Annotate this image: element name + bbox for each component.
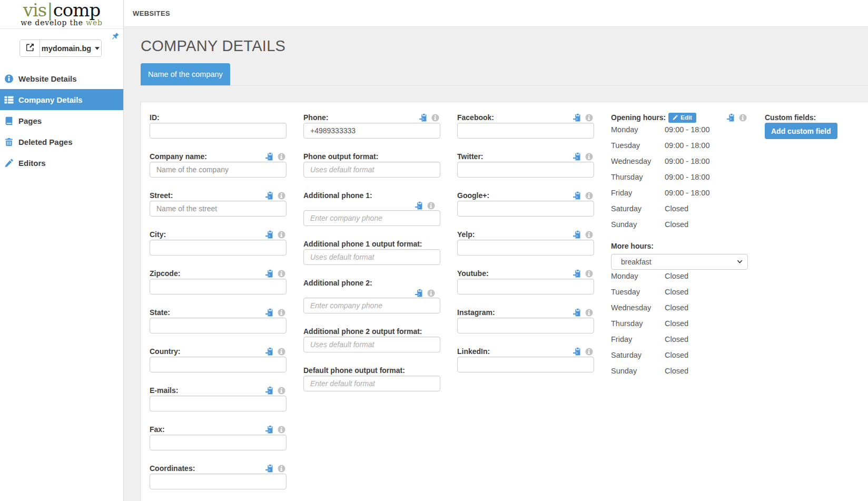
paste-icon[interactable] bbox=[573, 347, 581, 356]
field-label-row: Google+: bbox=[457, 190, 594, 201]
custom-fields-header: Custom fields: bbox=[765, 112, 854, 123]
paste-icon[interactable] bbox=[265, 308, 274, 317]
info-icon[interactable] bbox=[278, 192, 285, 200]
opening-hours-icons bbox=[727, 113, 748, 122]
field-input-phone-output-format[interactable] bbox=[303, 162, 440, 178]
field-input-additional-phone-2-output-format[interactable] bbox=[303, 337, 440, 352]
field-country: Country: bbox=[150, 346, 287, 372]
custom-fields-label: Custom fields: bbox=[765, 113, 816, 122]
sidebar-item-company-details[interactable]: Company Details bbox=[0, 89, 123, 110]
field-input-street[interactable] bbox=[150, 201, 287, 217]
field-input-yelp[interactable] bbox=[457, 240, 594, 256]
field-input-facebook[interactable] bbox=[457, 123, 594, 139]
hours-value: 09:00 - 18:00 bbox=[665, 157, 709, 165]
info-icon[interactable] bbox=[278, 426, 285, 434]
info-icon[interactable] bbox=[585, 231, 593, 239]
book-icon bbox=[4, 116, 14, 125]
info-icon[interactable] bbox=[585, 114, 593, 122]
paste-icon[interactable] bbox=[573, 230, 581, 239]
field-input-phone[interactable] bbox=[303, 123, 440, 139]
more-hours-header: More hours: bbox=[611, 241, 748, 251]
field-input-additional-phone-1-output-format[interactable] bbox=[303, 249, 440, 265]
field-input-coordinates[interactable] bbox=[150, 474, 287, 489]
form-panel: ID:Company name:Street:City:Zipcode:Stat… bbox=[141, 102, 868, 501]
sidebar-item-pages[interactable]: Pages bbox=[0, 110, 123, 131]
field-input-zipcode[interactable] bbox=[150, 279, 287, 294]
brand-logo: vis|comp we develop the web bbox=[0, 0, 123, 29]
field-additional-phone-1-output-format: Additional phone 1 output format: bbox=[303, 239, 440, 265]
field-icons bbox=[573, 269, 594, 278]
field-input-instagram[interactable] bbox=[457, 318, 594, 333]
field-input-state[interactable] bbox=[150, 318, 287, 333]
field-label-row: Zipcode: bbox=[150, 268, 287, 279]
sidebar-item-editors[interactable]: Editors bbox=[0, 152, 123, 173]
pin-icon[interactable] bbox=[108, 30, 122, 43]
info-icon[interactable] bbox=[278, 465, 285, 473]
paste-icon[interactable] bbox=[727, 113, 735, 122]
edit-opening-hours-button[interactable]: Edit bbox=[668, 113, 696, 123]
info-icon[interactable] bbox=[278, 387, 285, 395]
paste-icon[interactable] bbox=[265, 152, 274, 161]
hours-day: Friday bbox=[611, 189, 665, 197]
info-icon[interactable] bbox=[278, 153, 285, 161]
paste-icon[interactable] bbox=[265, 386, 274, 395]
paste-icon[interactable] bbox=[265, 425, 274, 434]
paste-icon[interactable] bbox=[573, 152, 581, 161]
field-label: Phone: bbox=[303, 113, 328, 122]
field-input-country[interactable] bbox=[150, 357, 287, 372]
field-input-youtube[interactable] bbox=[457, 279, 594, 294]
sidebar-item-website-details[interactable]: Website Details bbox=[0, 68, 123, 89]
field-input-fax[interactable] bbox=[150, 435, 287, 450]
more-hours-select[interactable]: breakfast bbox=[611, 254, 748, 270]
field-input-linkedin[interactable] bbox=[457, 357, 594, 372]
paste-icon[interactable] bbox=[573, 308, 581, 317]
hours-row-sunday: SundayClosed bbox=[611, 363, 748, 379]
field-input-additional-phone-2[interactable] bbox=[303, 298, 440, 313]
paste-icon[interactable] bbox=[415, 201, 423, 210]
paste-icon[interactable] bbox=[265, 191, 274, 200]
field-input-company-name[interactable] bbox=[150, 162, 287, 178]
info-icon[interactable] bbox=[739, 114, 747, 122]
paste-icon[interactable] bbox=[573, 191, 581, 200]
pencil-icon bbox=[4, 159, 14, 168]
field-icons bbox=[573, 230, 594, 239]
info-icon[interactable] bbox=[431, 114, 439, 122]
info-icon[interactable] bbox=[585, 270, 593, 278]
field-input-city[interactable] bbox=[150, 240, 287, 256]
field-google: Google+: bbox=[457, 190, 594, 217]
paste-icon[interactable] bbox=[419, 113, 428, 122]
info-icon[interactable] bbox=[427, 202, 435, 210]
field-input-google[interactable] bbox=[457, 201, 594, 217]
info-icon[interactable] bbox=[585, 153, 593, 161]
info-icon[interactable] bbox=[585, 192, 593, 200]
info-icon[interactable] bbox=[278, 309, 285, 317]
info-icon[interactable] bbox=[427, 289, 435, 297]
field-input-additional-phone-1[interactable] bbox=[303, 210, 440, 226]
info-icon[interactable] bbox=[585, 309, 593, 317]
sidebar-item-deleted-pages[interactable]: Deleted Pages bbox=[0, 131, 123, 152]
info-icon[interactable] bbox=[585, 348, 593, 356]
domain-dropdown[interactable]: mydomain.bg bbox=[40, 40, 101, 56]
paste-icon[interactable] bbox=[573, 113, 581, 122]
tab-name-of-the-company[interactable]: Name of the company bbox=[141, 63, 230, 85]
paste-icon[interactable] bbox=[265, 269, 274, 278]
add-custom-field-button[interactable]: Add custom field bbox=[765, 123, 837, 139]
paste-icon[interactable] bbox=[265, 464, 274, 473]
paste-icon[interactable] bbox=[573, 269, 581, 278]
info-icon[interactable] bbox=[278, 270, 285, 278]
topbar-title: WEBSITES bbox=[133, 9, 170, 17]
info-icon[interactable] bbox=[278, 348, 285, 356]
sidebar-item-label: Editors bbox=[18, 159, 46, 168]
field-input-twitter[interactable] bbox=[457, 162, 594, 178]
hours-row-tuesday: TuesdayClosed bbox=[611, 284, 748, 300]
paste-icon[interactable] bbox=[415, 289, 423, 297]
info-icon[interactable] bbox=[278, 231, 285, 239]
paste-icon[interactable] bbox=[265, 347, 274, 356]
open-site-button[interactable] bbox=[20, 40, 40, 56]
edit-button-label: Edit bbox=[680, 114, 692, 121]
paste-icon[interactable] bbox=[265, 230, 274, 239]
brand-logo-separator: | bbox=[47, 0, 52, 21]
field-input-default-phone-output-format[interactable] bbox=[303, 376, 440, 391]
field-input-id[interactable] bbox=[150, 123, 287, 139]
field-input-e-mails[interactable] bbox=[150, 396, 287, 411]
